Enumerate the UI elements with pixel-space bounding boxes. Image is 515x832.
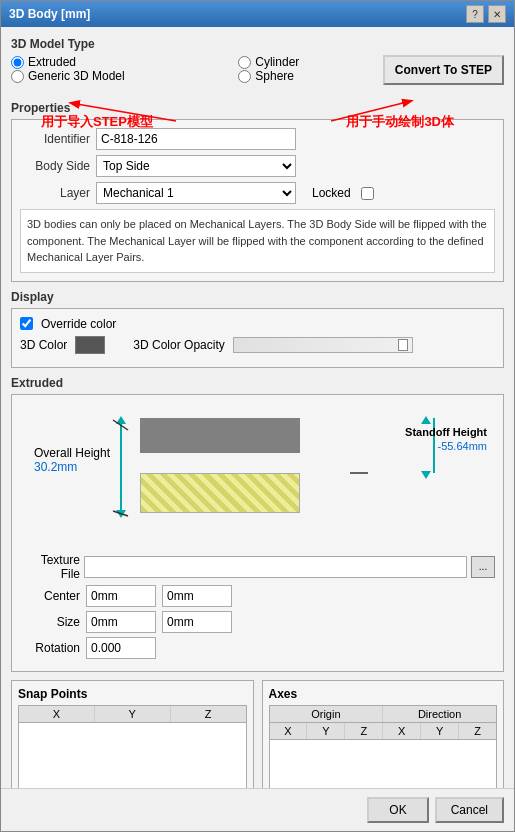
texture-label: Texture File — [20, 553, 80, 581]
axes-col-oz: Z — [345, 723, 383, 739]
extruded-visual: Overall Height 30.2mm Standoff Height -5… — [20, 408, 495, 548]
extruded-label: Extruded — [28, 55, 76, 69]
radio-extruded[interactable]: Extruded — [11, 55, 125, 69]
annotation-left: 用于导入STEP模型 — [41, 113, 153, 131]
svg-line-2 — [113, 420, 128, 430]
display-section: Display Override color 3D Color 3D Color… — [11, 290, 504, 368]
identifier-input[interactable] — [96, 128, 296, 150]
size-row: Size — [20, 611, 495, 633]
axes-header: Origin Direction X Y Z X Y Z — [269, 705, 498, 740]
identifier-label: Identifier — [20, 132, 90, 146]
center-row: Center — [20, 585, 495, 607]
axes-col-oy: Y — [307, 723, 345, 739]
model-type-label: 3D Model Type — [11, 37, 504, 51]
dialog-content: 3D Model Type Extruded Generic 3D Model — [1, 27, 514, 788]
display-label: Display — [11, 290, 504, 304]
snap-points-panel: Snap Points X Y Z Add Delete Average — [11, 680, 254, 789]
model-type-section: 3D Model Type Extruded Generic 3D Model — [11, 37, 504, 85]
radio-group-right: Cylinder Sphere — [238, 55, 299, 83]
size-label: Size — [20, 615, 80, 629]
axes-top-row: Origin Direction — [269, 705, 498, 723]
snap-points-title: Snap Points — [18, 687, 247, 701]
display-box: Override color 3D Color 3D Color Opacity — [11, 308, 504, 368]
browse-button[interactable]: ... — [471, 556, 495, 578]
cylinder-label: Cylinder — [255, 55, 299, 69]
axes-panel: Axes Origin Direction X Y Z X Y Z — [262, 680, 505, 789]
snap-table-body — [18, 723, 247, 789]
size-y-input[interactable] — [162, 611, 232, 633]
axes-title: Axes — [269, 687, 498, 701]
standoff-height-label: Standoff Height — [405, 426, 487, 438]
ok-button[interactable]: OK — [367, 797, 428, 823]
axes-table-body — [269, 740, 498, 789]
properties-box: Identifier Body Side Top Side Bottom Sid… — [11, 119, 504, 282]
arrow-bottom-2 — [421, 471, 431, 479]
close-button[interactable]: ✕ — [488, 5, 506, 23]
overall-height-label: Overall Height — [34, 446, 110, 460]
radio-generic[interactable]: Generic 3D Model — [11, 69, 125, 83]
override-color-label: Override color — [41, 317, 116, 331]
snap-table-header: X Y Z — [18, 705, 247, 723]
size-x-input[interactable] — [86, 611, 156, 633]
arrow-ticks — [20, 408, 420, 548]
texture-input[interactable] — [84, 556, 467, 578]
extruded-label: Extruded — [11, 376, 504, 390]
rotation-label: Rotation — [20, 641, 80, 655]
opacity-thumb — [398, 339, 408, 351]
extruded-box: Overall Height 30.2mm Standoff Height -5… — [11, 394, 504, 672]
snap-col-z: Z — [171, 706, 246, 722]
svg-line-3 — [113, 511, 128, 516]
center-x-input[interactable] — [86, 585, 156, 607]
rotation-input[interactable] — [86, 637, 156, 659]
cancel-button[interactable]: Cancel — [435, 797, 504, 823]
snap-col-y: Y — [95, 706, 171, 722]
body-side-row: Body Side Top Side Bottom Side — [20, 155, 495, 177]
center-label: Center — [20, 589, 80, 603]
layer-select[interactable]: Mechanical 1 Mechanical 2 — [96, 182, 296, 204]
layer-label: Layer — [20, 186, 90, 200]
locked-label: Locked — [312, 186, 351, 200]
radio-group-left: Extruded Generic 3D Model — [11, 55, 125, 83]
body-side-select[interactable]: Top Side Bottom Side — [96, 155, 296, 177]
layer-notice: 3D bodies can only be placed on Mechanic… — [20, 209, 495, 273]
override-color-checkbox[interactable] — [20, 317, 33, 330]
main-window: 3D Body [mm] ? ✕ 3D Model Type Extruded … — [0, 0, 515, 832]
snap-col-x: X — [19, 706, 95, 722]
dialog-footer: OK Cancel — [1, 788, 514, 831]
body-side-label: Body Side — [20, 159, 90, 173]
arrow-top-2 — [421, 416, 431, 424]
layer-row: Layer Mechanical 1 Mechanical 2 Locked — [20, 182, 495, 204]
window-title: 3D Body [mm] — [9, 7, 90, 21]
bottom-panels: Snap Points X Y Z Add Delete Average — [11, 680, 504, 789]
override-color-row: Override color — [20, 317, 495, 331]
axes-origin-label: Origin — [270, 706, 384, 722]
axes-col-dx: X — [383, 723, 421, 739]
extruded-section: Extruded — [11, 376, 504, 672]
opacity-slider[interactable] — [233, 337, 413, 353]
axes-col-dy: Y — [421, 723, 459, 739]
annotation-right: 用于手动绘制3D体 — [346, 113, 454, 131]
radio-cylinder[interactable]: Cylinder — [238, 55, 299, 69]
axes-col-ox: X — [270, 723, 308, 739]
opacity-label: 3D Color Opacity — [133, 338, 224, 352]
axes-col-dz: Z — [459, 723, 496, 739]
title-bar-controls: ? ✕ — [466, 5, 506, 23]
snap-column-headers: X Y Z — [18, 705, 247, 723]
help-button[interactable]: ? — [466, 5, 484, 23]
axes-sub-row: X Y Z X Y Z — [269, 723, 498, 740]
overall-height-value: 30.2mm — [34, 460, 77, 474]
center-y-input[interactable] — [162, 585, 232, 607]
standoff-height-value: -55.64mm — [437, 440, 487, 452]
axes-direction-label: Direction — [383, 706, 496, 722]
identifier-row: Identifier — [20, 128, 495, 150]
convert-to-step-button[interactable]: Convert To STEP — [383, 55, 504, 85]
color-swatch[interactable] — [75, 336, 105, 354]
rotation-row: Rotation — [20, 637, 495, 659]
color-row: 3D Color 3D Color Opacity — [20, 336, 495, 354]
color-label: 3D Color — [20, 338, 67, 352]
texture-row: Texture File ... — [20, 553, 495, 581]
locked-checkbox[interactable] — [361, 187, 374, 200]
title-bar: 3D Body [mm] ? ✕ — [1, 1, 514, 27]
generic-label: Generic 3D Model — [28, 69, 125, 83]
radio-sphere[interactable]: Sphere — [238, 69, 299, 83]
